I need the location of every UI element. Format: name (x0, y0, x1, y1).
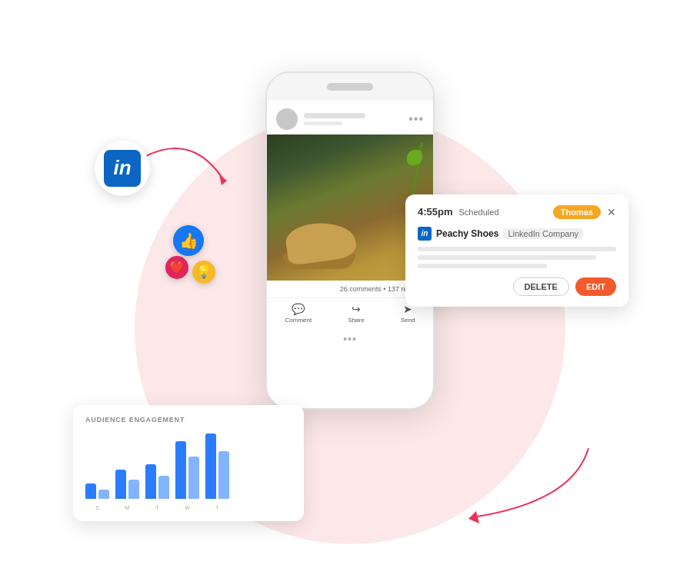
send-label: Send (401, 317, 415, 324)
phone-notch (327, 83, 373, 91)
post-header: ••• (267, 101, 433, 135)
edit-button[interactable]: EDIT (575, 277, 616, 296)
bar-2-dark (115, 470, 126, 499)
share-action[interactable]: ↪ Share (348, 303, 364, 324)
chart-bars (85, 433, 292, 502)
post-avatar (276, 108, 298, 130)
x-label-5: T (205, 505, 229, 510)
phone-bottom-more[interactable]: ••• (267, 328, 433, 350)
post-meta (304, 113, 408, 125)
linkedin-badge: in (95, 141, 150, 196)
like-icon: 👍 (179, 231, 198, 250)
post-more-dots[interactable]: ••• (408, 112, 424, 126)
bar-4-light (188, 457, 199, 499)
share-icon: ↪ (352, 303, 361, 315)
post-sub-bar (304, 121, 342, 125)
x-label-4: W (175, 505, 199, 510)
bar-group-1 (85, 483, 109, 499)
bar-group-5 (205, 434, 229, 499)
card-header-left: 4:55pm Scheduled (418, 206, 499, 218)
bar-group-2 (115, 470, 139, 499)
card-header-right: Thomas ✕ (553, 205, 616, 219)
post-name-bar (304, 113, 365, 118)
bar-2-light (128, 480, 139, 499)
reaction-bulb: 💡 (192, 261, 215, 284)
assignee-badge: Thomas (553, 205, 601, 219)
chart-x-labels: S M T W T (85, 505, 292, 510)
bulb-icon: 💡 (196, 264, 212, 279)
comment-icon: 💬 (292, 303, 305, 315)
company-name: Peachy Shoes (436, 228, 498, 239)
bar-3-light (158, 476, 169, 499)
preview-line-2 (418, 255, 596, 260)
reaction-like: 👍 (173, 225, 204, 256)
preview-line-1 (418, 247, 616, 251)
delete-button[interactable]: DELETE (513, 277, 569, 296)
x-label-1: S (85, 505, 109, 510)
card-time: 4:55pm (418, 206, 453, 218)
svg-marker-1 (468, 511, 479, 523)
chart-card: AUDIENCE ENGAGEMENT (73, 405, 304, 521)
card-company: in Peachy Shoes LinkedIn Company (418, 227, 616, 241)
heart-icon: ❤️ (169, 260, 185, 274)
close-button[interactable]: ✕ (607, 206, 616, 218)
linkedin-icon: in (104, 150, 141, 187)
phone-top-bar (267, 73, 433, 101)
preview-line-3 (418, 264, 547, 268)
x-label-2: M (115, 505, 139, 510)
bar-1-dark (85, 483, 96, 499)
x-label-3: T (145, 505, 169, 510)
card-preview-lines (418, 247, 616, 268)
bar-5-dark (205, 434, 216, 499)
company-type: LinkedIn Company (503, 228, 583, 239)
card-status: Scheduled (459, 208, 499, 217)
company-linkedin-icon: in (418, 227, 432, 241)
bar-4-dark (175, 441, 186, 499)
bar-group-4 (175, 441, 199, 499)
bar-group-3 (145, 464, 169, 499)
chart-title: AUDIENCE ENGAGEMENT (85, 416, 292, 424)
main-scene: ••• 26 comments • 137 reposts 💬 Comment (58, 25, 642, 563)
bar-5-light (218, 451, 229, 499)
comment-label: Comment (285, 317, 312, 324)
card-actions: DELETE EDIT (418, 277, 616, 296)
card-header: 4:55pm Scheduled Thomas ✕ (418, 205, 616, 219)
bar-3-dark (145, 464, 156, 499)
scheduled-card: 4:55pm Scheduled Thomas ✕ in Peachy Shoe… (405, 194, 628, 307)
bar-1-light (98, 490, 109, 499)
comment-action[interactable]: 💬 Comment (285, 303, 312, 324)
share-label: Share (348, 317, 364, 324)
reaction-heart: ❤️ (165, 256, 188, 279)
